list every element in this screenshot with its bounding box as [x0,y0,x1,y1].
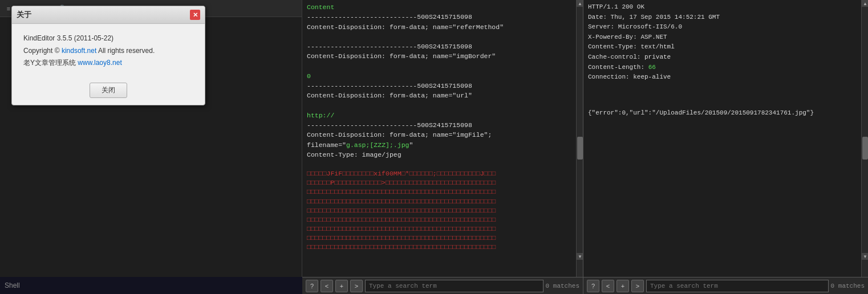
blank1 [307,32,571,42]
right-search-input[interactable] [646,280,829,292]
middle-panel: Content ----------------------------500S… [302,0,583,294]
dialog-overlay: 关于 ✕ KindEditor 3.5.5 (2011-05-22) Copyr… [0,0,302,294]
dialog-line2: Copyright © kindsoft.net All rights rese… [23,45,193,58]
content-length-line: Content-Length: 66 [588,63,857,73]
right-panel: HTTP/1.1 200 OK Date: Thu, 17 Sep 2015 1… [583,0,868,294]
dialog-line1: KindEditor 3.5.5 (2011-05-22) [23,32,193,45]
right-scroll-thumb[interactable] [862,137,868,160]
blank2 [307,62,571,71]
content-title: Content [307,2,571,12]
json-response: {"error":0,"url":"/UploadFiles/201509/20… [588,108,857,119]
dialog-title-bar: 关于 ✕ [12,6,205,24]
right-matches: 0 matches [831,283,865,289]
filename-line: filename="g.asp;[ZZZ];.jpg" [307,140,571,150]
right-scroll-up-arrow[interactable]: ▲ [862,0,868,7]
right-scroll-down-arrow[interactable]: ▼ [862,253,868,260]
right-prev-button[interactable]: < [602,280,614,292]
powered-by-line: X-Powered-By: ASP.NET [588,32,857,43]
dialog-footer: 关闭 [12,78,205,105]
sep2: ----------------------------500S24157150… [307,42,571,51]
scroll-up-arrow[interactable]: ▲ [577,0,583,7]
cd1: Content-Disposition: form-data; name="re… [307,22,571,32]
middle-search-bar: ? < + > 0 matches [302,277,583,294]
dialog-line3: 老Y文章管理系统 www.laoy8.net [23,57,193,70]
middle-search-input[interactable] [365,280,543,292]
content-type-line: Content-Type: text/html [588,42,857,52]
sep4: ----------------------------500S24157150… [307,120,571,130]
middle-content: Content ----------------------------500S… [302,0,576,277]
blank-response [588,83,857,93]
binary-content: □□□□□JFiF□□□□□□□□xif00MM□*□□□□□□;□□□□□□□… [307,169,571,252]
cd4: Content-Disposition: form-data; name="im… [307,130,571,140]
right-scrollbar[interactable]: ▲ ▼ [861,0,868,277]
laoy8-link[interactable]: www.laoy8.net [78,59,121,67]
middle-scrollbar[interactable]: ▲ ▼ [576,0,583,277]
main-container: 关于 ✕ KindEditor 3.5.5 (2011-05-22) Copyr… [0,0,868,294]
middle-scroll-area: Content ----------------------------500S… [302,0,583,277]
date-line: Date: Thu, 17 Sep 2015 14:52:21 GMT [588,13,857,23]
dialog-close-x-button[interactable]: ✕ [190,10,200,20]
zero-val: 0 [307,71,571,81]
blank4 [307,160,571,169]
right-fwd-button[interactable]: > [631,280,644,292]
right-help-button[interactable]: ? [587,280,599,292]
ctype-line: Content-Type: image/jpeg [307,150,571,160]
middle-fwd-button[interactable]: > [350,280,363,292]
dialog-close-button[interactable]: 关闭 [90,83,127,98]
http-status: HTTP/1.1 200 OK [588,2,857,13]
server-line: Server: Microsoft-IIS/6.0 [588,22,857,32]
right-content: HTTP/1.1 200 OK Date: Thu, 17 Sep 2015 1… [583,0,861,277]
dialog-body: KindEditor 3.5.5 (2011-05-22) Copyright … [12,24,205,78]
cache-control-line: Cache-control: private [588,52,857,63]
cd3: Content-Disposition: form-data; name="ur… [307,91,571,100]
scroll-thumb[interactable] [577,137,583,160]
cd2: Content-Disposition: form-data; name="im… [307,51,571,61]
connection-line: Connection: keep-alive [588,72,857,83]
kindsoft-link[interactable]: kindsoft.net [62,47,96,55]
right-scroll-area: HTTP/1.1 200 OK Date: Thu, 17 Sep 2015 1… [583,0,868,277]
middle-matches: 0 matches [546,283,579,289]
scroll-down-arrow[interactable]: ▼ [577,253,583,260]
blank3 [307,101,571,111]
copyright-prefix: Copyright © [23,47,62,55]
right-search-bar: ? < + > 0 matches [583,277,868,294]
copyright-suffix: All rights reserved. [96,47,155,55]
blank-response2 [588,92,857,103]
right-next-button[interactable]: + [616,280,629,292]
left-panel: 关于 ✕ KindEditor 3.5.5 (2011-05-22) Copyr… [0,0,302,294]
about-dialog: 关于 ✕ KindEditor 3.5.5 (2011-05-22) Copyr… [11,6,205,105]
middle-prev-button[interactable]: < [321,280,333,292]
dialog-title: 关于 [17,10,31,20]
sep1: ----------------------------500S24157150… [307,12,571,22]
sep3: ----------------------------500S24157150… [307,81,571,91]
middle-next-button[interactable]: + [335,280,348,292]
laoy8-prefix: 老Y文章管理系统 [23,59,78,67]
url-val: http:// [307,111,571,120]
middle-help-button[interactable]: ? [306,280,318,292]
